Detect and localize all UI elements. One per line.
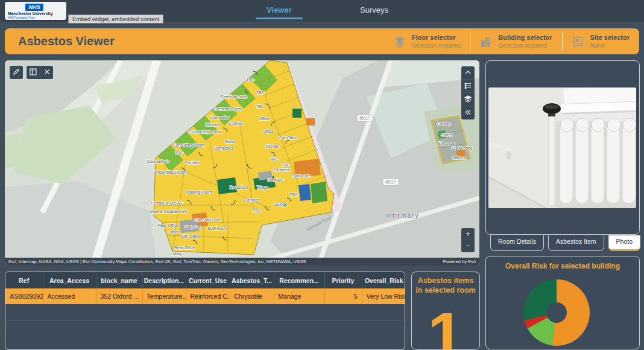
map-room-label: Counsellor bbox=[210, 115, 230, 119]
map-room-label: Male & Disabled WC bbox=[150, 209, 188, 214]
map-canvas[interactable]: 85117 85117 Infirmary Denmark Road TBCTB… bbox=[5, 60, 479, 266]
table-cell: Manage bbox=[274, 288, 324, 304]
map-room-label: Seminar Store bbox=[221, 95, 247, 99]
detail-tabs: Room Details Asbestos Item Photo bbox=[485, 235, 640, 251]
zoom-out-button[interactable]: − bbox=[461, 240, 475, 252]
column-header[interactable]: Ref bbox=[5, 272, 43, 288]
column-header[interactable]: Asbestos_T... bbox=[230, 272, 274, 288]
overall-risk-panel: Overall Risk for selected building bbox=[485, 256, 640, 349]
risk-donut[interactable] bbox=[523, 279, 590, 346]
active-tab-underline bbox=[256, 18, 303, 19]
header-bar: Asbestos Viewer Floor selector Selection… bbox=[5, 28, 639, 54]
map-basemap: 85117 85117 Infirmary Denmark Road TBCTB… bbox=[5, 60, 479, 266]
map-room-label: Lobby bbox=[171, 252, 182, 256]
tab-room-details[interactable]: Room Details bbox=[490, 235, 544, 251]
column-header[interactable]: Description... bbox=[142, 272, 186, 288]
map-room-label: WC bbox=[271, 157, 277, 161]
map-room-label: Domestics bbox=[214, 146, 233, 150]
map-room-label: Fire Stair Core bbox=[194, 218, 221, 222]
map-room-label: Staff WC bbox=[267, 178, 283, 182]
sketch-tool-button[interactable] bbox=[10, 66, 23, 79]
building-icon bbox=[480, 36, 492, 48]
map-room-label: Stair Core bbox=[185, 225, 203, 229]
legend-button[interactable] bbox=[461, 80, 475, 93]
map-room-label: Corridor bbox=[185, 161, 200, 165]
map-room-label: Triage bbox=[256, 185, 268, 190]
map-room-label: TBC bbox=[175, 151, 183, 155]
map-room-label: Staff Room bbox=[207, 226, 228, 231]
tab-surveys[interactable]: Surveys bbox=[360, 5, 388, 22]
items-panel-title: Asbestos items in selected room bbox=[412, 272, 479, 295]
column-header[interactable]: block_name bbox=[96, 272, 142, 288]
tab-surveys-label: Surveys bbox=[360, 5, 388, 14]
asbestos-item-photo[interactable] bbox=[488, 88, 636, 208]
table-cell: Accessed bbox=[43, 288, 96, 304]
map-toolbar bbox=[10, 66, 53, 79]
page-title: Asbestos Viewer bbox=[5, 34, 384, 48]
map-room-label: Consulting Room bbox=[173, 143, 204, 148]
map-room-label: Entrance bbox=[438, 141, 454, 145]
close-tool-button[interactable] bbox=[40, 66, 53, 79]
map-room-label: Garage bbox=[437, 122, 451, 127]
column-header[interactable]: Area_Access bbox=[43, 272, 96, 288]
asbestos-viewer-app: NHS Manchester University NHS Foundation… bbox=[0, 0, 644, 350]
risk-panel-title: Overall Risk for selected building bbox=[486, 256, 639, 270]
chevron-up-icon bbox=[464, 68, 472, 78]
zoom-in-button[interactable]: + bbox=[461, 228, 475, 240]
map-room-label: Rear Office bbox=[174, 246, 195, 250]
map-room-label: Kitchen bbox=[206, 122, 219, 127]
floor-selector-label: Floor selector bbox=[412, 33, 461, 42]
risk-donut-hole bbox=[546, 302, 567, 323]
collapse-panel-button[interactable] bbox=[461, 106, 475, 119]
table-icon bbox=[30, 67, 37, 78]
map-room-label: TBC bbox=[256, 104, 264, 109]
map-room-label: Counselling Room bbox=[188, 130, 222, 135]
map-area-label: Infirmary bbox=[385, 212, 419, 219]
map-room-label: Office bbox=[259, 116, 270, 121]
map-room-label: Corridor bbox=[244, 198, 259, 202]
items-title-line2: in selected room bbox=[412, 286, 479, 296]
map-room-label: Stores bbox=[441, 133, 453, 137]
map-room-label: Stair Core bbox=[292, 174, 311, 178]
top-bar: NHS Manchester University NHS Foundation… bbox=[0, 0, 644, 22]
map-room-label: Kitchen bbox=[266, 144, 280, 148]
column-header[interactable]: Overall_Risk bbox=[362, 272, 405, 288]
tab-viewer-label: Viewer bbox=[267, 5, 292, 14]
double-chevron-left-icon bbox=[464, 107, 472, 118]
table-cell: Very Low Risk bbox=[362, 288, 405, 304]
tab-photo[interactable]: Photo bbox=[608, 235, 640, 251]
floor-selector[interactable]: Floor selector Selection required bbox=[384, 33, 470, 51]
building-selector-value: Selection required bbox=[498, 42, 552, 49]
building-selector[interactable]: Building selector Selection required bbox=[470, 33, 561, 51]
attribution-text: Esri, Intermap, NASA, NGA, USGS | Esri C… bbox=[8, 258, 306, 266]
table-cell: 352 Oxford ... bbox=[96, 288, 142, 304]
tab-asbestos-item[interactable]: Asbestos Item bbox=[548, 235, 604, 251]
table-empty-row bbox=[5, 304, 405, 320]
layers-icon bbox=[464, 94, 472, 105]
tab-viewer[interactable]: Viewer bbox=[256, 5, 303, 22]
attribute-table-button[interactable] bbox=[27, 66, 40, 79]
column-header[interactable]: Priority bbox=[324, 272, 362, 288]
map-room-label: Cat Office bbox=[279, 136, 297, 140]
layers-button[interactable] bbox=[461, 93, 475, 106]
table-panel: RefArea_Accessblock_nameDescription...Cu… bbox=[5, 272, 405, 350]
site-selector[interactable]: Site selector None bbox=[562, 33, 639, 51]
column-header[interactable]: Current_Use bbox=[186, 272, 230, 288]
map-room-label: Store bbox=[225, 139, 235, 144]
map-room-label: Rear Office bbox=[158, 223, 178, 228]
table-row[interactable]: ASB029392Accessed352 Oxford ...Temperatu… bbox=[5, 288, 405, 304]
map-room-label: Corridor bbox=[229, 121, 244, 126]
map-room-label: Reception bbox=[230, 185, 248, 190]
radiator bbox=[556, 118, 636, 206]
table-cell: Temperature... bbox=[142, 288, 186, 304]
expand-up-button[interactable] bbox=[461, 66, 475, 80]
map-room-label: Lift Lobby bbox=[182, 234, 200, 239]
nhs-org-name: Manchester University bbox=[8, 11, 53, 16]
column-header[interactable]: Recommen... bbox=[274, 272, 324, 288]
road-badge-label: 85117 bbox=[385, 180, 396, 184]
nhs-logo: NHS Manchester University NHS Foundation… bbox=[5, 2, 66, 20]
embed-widget-tooltip: Embed widget, embedded content bbox=[68, 14, 163, 24]
asbestos-items-panel: Asbestos items in selected room 1 bbox=[411, 272, 480, 350]
map-room-label: TBC bbox=[256, 91, 265, 95]
floor-selector-value: Selection required bbox=[412, 42, 461, 49]
